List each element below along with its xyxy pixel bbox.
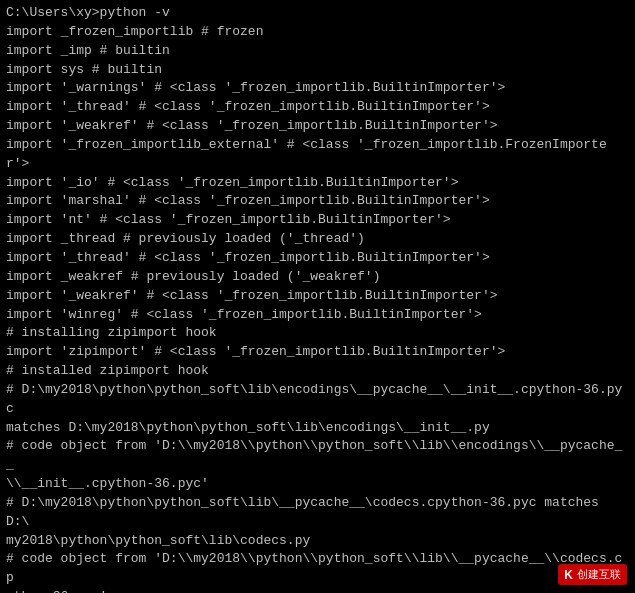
terminal-line: my2018\python\python_soft\lib\codecs.py <box>6 532 629 551</box>
terminal-line: # installing zipimport hook <box>6 324 629 343</box>
terminal-line: matches D:\my2018\python\python_soft\lib… <box>6 419 629 438</box>
terminal-line: # installed zipimport hook <box>6 362 629 381</box>
terminal-line: import '_io' # <class '_frozen_importlib… <box>6 174 629 193</box>
terminal-window: C:\Users\xy>python -vimport _frozen_impo… <box>0 0 635 593</box>
watermark-text: 创建互联 <box>577 567 621 582</box>
terminal-line: import 'nt' # <class '_frozen_importlib.… <box>6 211 629 230</box>
terminal-line: import sys # builtin <box>6 61 629 80</box>
watermark: K 创建互联 <box>558 564 627 585</box>
terminal-line: import '_weakref' # <class '_frozen_impo… <box>6 287 629 306</box>
terminal-line: import 'marshal' # <class '_frozen_impor… <box>6 192 629 211</box>
terminal-line: # code object from 'D:\\my2018\\python\\… <box>6 437 629 475</box>
terminal-line: import _weakref # previously loaded ('_w… <box>6 268 629 287</box>
terminal-line: import '_weakref' # <class '_frozen_impo… <box>6 117 629 136</box>
terminal-line: import '_frozen_importlib_external' # <c… <box>6 136 629 174</box>
watermark-logo: K <box>564 568 573 582</box>
terminal-line: import '_thread' # <class '_frozen_impor… <box>6 249 629 268</box>
terminal-output: C:\Users\xy>python -vimport _frozen_impo… <box>6 4 629 593</box>
terminal-line: import '_thread' # <class '_frozen_impor… <box>6 98 629 117</box>
terminal-line: import 'zipimport' # <class '_frozen_imp… <box>6 343 629 362</box>
terminal-line: # code object from 'D:\\my2018\\python\\… <box>6 550 629 588</box>
terminal-line: # D:\my2018\python\python_soft\lib\encod… <box>6 381 629 419</box>
terminal-line: import _frozen_importlib # frozen <box>6 23 629 42</box>
terminal-line: import _imp # builtin <box>6 42 629 61</box>
terminal-line: import _thread # previously loaded ('_th… <box>6 230 629 249</box>
terminal-line: import '_warnings' # <class '_frozen_imp… <box>6 79 629 98</box>
terminal-line: ython-36.pyc' <box>6 588 629 593</box>
terminal-line: # D:\my2018\python\python_soft\lib\__pyc… <box>6 494 629 532</box>
terminal-line: \\__init__.cpython-36.pyc' <box>6 475 629 494</box>
terminal-line: import 'winreg' # <class '_frozen_import… <box>6 306 629 325</box>
terminal-line: C:\Users\xy>python -v <box>6 4 629 23</box>
